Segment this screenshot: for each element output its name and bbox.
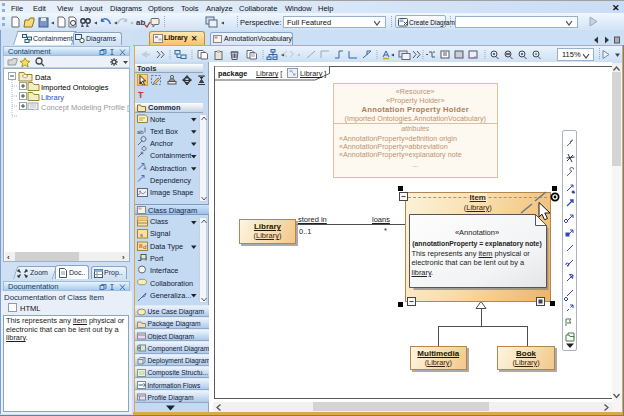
svg-text:ab: ab [137,128,144,134]
svg-text:a: a [572,189,575,194]
svg-text:A: A [144,166,147,171]
svg-text:s: s [140,231,143,237]
svg-text:ab: ab [136,18,145,27]
svg-text:d: d [143,243,146,249]
